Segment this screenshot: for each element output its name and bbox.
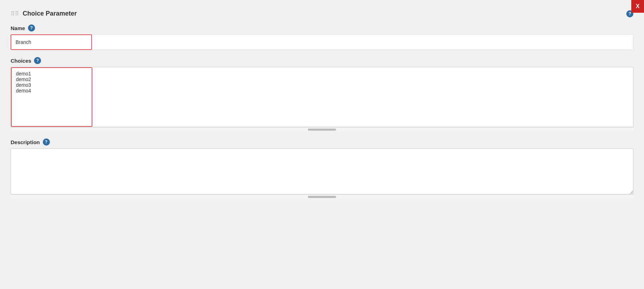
description-section: Description ? (11, 138, 633, 199)
choices-input-highlighted[interactable]: demo1 demo2 demo3 demo4 (11, 67, 92, 127)
close-button[interactable]: X (631, 0, 644, 13)
drag-handle-icon: ⠿⠿ (11, 10, 19, 17)
description-help-icon[interactable]: ? (43, 138, 50, 146)
description-label: Description ? (11, 138, 633, 146)
choices-help-icon[interactable]: ? (34, 57, 41, 64)
name-help-icon[interactable]: ? (28, 24, 35, 32)
name-input[interactable] (11, 34, 92, 50)
description-scrollbar-thumb (308, 196, 336, 198)
page-container: X ⠿⠿ Choice Parameter ? Name ? Cho (0, 0, 644, 289)
choices-input-rest[interactable] (92, 67, 633, 127)
choices-section: Choices ? demo1 demo2 demo3 demo4 (11, 57, 633, 131)
choices-label: Choices ? (11, 57, 633, 64)
panel-title: Choice Parameter (23, 10, 77, 17)
choices-scrollbar (11, 127, 633, 131)
main-content: ⠿⠿ Choice Parameter ? Name ? Choices ? (0, 4, 644, 213)
choices-input-row: demo1 demo2 demo3 demo4 (11, 67, 633, 127)
name-section: Name ? (11, 24, 633, 50)
description-scrollbar (11, 194, 633, 199)
choices-scrollbar-thumb (308, 129, 336, 131)
description-input[interactable] (11, 148, 633, 194)
title-row: ⠿⠿ Choice Parameter ? (11, 7, 633, 17)
name-input-extension (92, 34, 633, 50)
name-input-row (11, 34, 633, 50)
name-label: Name ? (11, 24, 633, 32)
